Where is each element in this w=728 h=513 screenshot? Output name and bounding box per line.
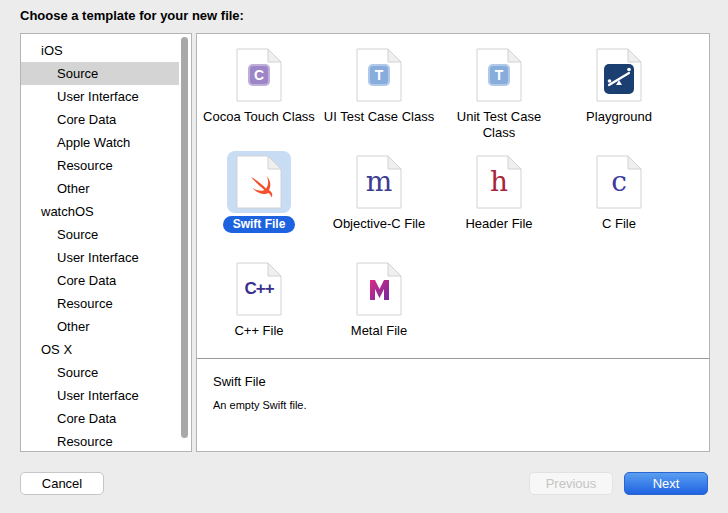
- sidebar-header-watchos: watchOS: [21, 200, 191, 223]
- template-label: Cocoa Touch Class: [203, 109, 315, 125]
- sidebar-item-watchos-resource[interactable]: Resource: [21, 292, 191, 315]
- description-body: An empty Swift file.: [213, 399, 693, 411]
- sidebar-item-watchos-source[interactable]: Source: [21, 223, 191, 246]
- sidebar-item-ios-user-interface[interactable]: User Interface: [21, 85, 191, 108]
- template-label: UI Test Case Class: [324, 109, 434, 125]
- sidebar-scrollbar[interactable]: [181, 36, 189, 449]
- sidebar-item-os-x-source[interactable]: Source: [21, 361, 191, 384]
- sidebar-item-os-x-resource[interactable]: Resource: [21, 430, 191, 452]
- sidebar-item-ios-apple-watch[interactable]: Apple Watch: [21, 131, 191, 154]
- sidebar-item-os-x-user-interface[interactable]: User Interface: [21, 384, 191, 407]
- template-label: Playground: [586, 109, 652, 125]
- cpp-file-icon: C++: [227, 258, 291, 320]
- template-objective-c-file[interactable]: mObjective-C File: [319, 145, 439, 252]
- cancel-button[interactable]: Cancel: [20, 472, 104, 495]
- next-button[interactable]: Next: [624, 472, 708, 495]
- sidebar-header-os-x: OS X: [21, 338, 191, 361]
- template-playground[interactable]: Playground: [559, 38, 679, 145]
- sidebar-scrollbar-thumb[interactable]: [181, 37, 188, 438]
- sidebar-item-ios-resource[interactable]: Resource: [21, 154, 191, 177]
- template-picker-panel: CCocoa Touch ClassTUI Test Case ClassTUn…: [196, 33, 710, 452]
- cocoa-touch-class-icon: C: [227, 44, 291, 106]
- c-file-icon: c: [587, 151, 651, 213]
- header-file-icon: h: [467, 151, 531, 213]
- objective-c-file-icon: m: [347, 151, 411, 213]
- ui-test-case-class-icon: T: [347, 44, 411, 106]
- sidebar-item-ios-source[interactable]: Source: [21, 62, 179, 85]
- previous-button[interactable]: Previous: [529, 472, 613, 495]
- sidebar-list: iOSSourceUser InterfaceCore DataApple Wa…: [21, 34, 191, 452]
- swift-file-icon: [227, 151, 291, 213]
- template-grid: CCocoa Touch ClassTUI Test Case ClassTUn…: [197, 34, 709, 358]
- template-cpp-file[interactable]: C++C++ File: [199, 252, 319, 358]
- template-swift-file[interactable]: Swift File: [199, 145, 319, 252]
- sidebar-item-ios-core-data[interactable]: Core Data: [21, 108, 191, 131]
- sidebar-item-ios-other[interactable]: Other: [21, 177, 191, 200]
- template-category-sidebar: iOSSourceUser InterfaceCore DataApple Wa…: [20, 33, 192, 452]
- template-ui-test-case-class[interactable]: TUI Test Case Class: [319, 38, 439, 145]
- dialog-title: Choose a template for your new file:: [20, 8, 244, 23]
- playground-icon: [587, 44, 651, 106]
- template-cocoa-touch-class[interactable]: CCocoa Touch Class: [199, 38, 319, 145]
- template-label: Swift File: [223, 216, 296, 233]
- sidebar-item-watchos-core-data[interactable]: Core Data: [21, 269, 191, 292]
- template-label: Objective-C File: [333, 216, 425, 232]
- description-title: Swift File: [213, 374, 693, 389]
- sidebar-item-os-x-core-data[interactable]: Core Data: [21, 407, 191, 430]
- new-file-template-dialog: Choose a template for your new file: iOS…: [0, 0, 728, 513]
- template-label: C File: [602, 216, 636, 232]
- unit-test-case-class-icon: T: [467, 44, 531, 106]
- sidebar-item-watchos-user-interface[interactable]: User Interface: [21, 246, 191, 269]
- template-label: Metal File: [351, 323, 407, 339]
- template-label: Header File: [465, 216, 532, 232]
- template-label: C++ File: [234, 323, 283, 339]
- sidebar-header-ios: iOS: [21, 39, 191, 62]
- template-description: Swift File An empty Swift file.: [197, 358, 709, 451]
- template-header-file[interactable]: hHeader File: [439, 145, 559, 252]
- metal-file-icon: [347, 258, 411, 320]
- template-metal-file[interactable]: Metal File: [319, 252, 439, 358]
- template-unit-test-case-class[interactable]: TUnit Test Case Class: [439, 38, 559, 145]
- template-label: Unit Test Case Class: [443, 109, 555, 141]
- sidebar-item-watchos-other[interactable]: Other: [21, 315, 191, 338]
- template-c-file[interactable]: cC File: [559, 145, 679, 252]
